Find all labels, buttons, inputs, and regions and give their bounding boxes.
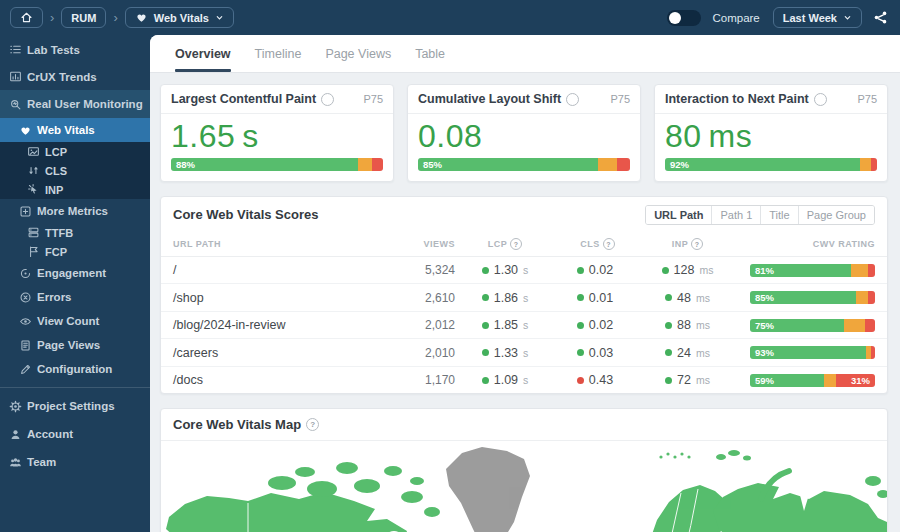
sidebar-item-more-metrics[interactable]: More Metrics — [0, 199, 150, 223]
bar-segment-ni — [824, 374, 837, 387]
bar-segment-good: 93% — [750, 346, 866, 359]
help-icon[interactable]: ? — [603, 238, 615, 250]
bar-segment-poor — [372, 158, 383, 171]
tab-timeline[interactable]: Timeline — [255, 35, 302, 72]
sidebar-item-lcp[interactable]: LCP — [0, 142, 150, 161]
group-by-page-group[interactable]: Page Group — [798, 206, 874, 224]
table-row-careers[interactable]: /careers 2,010 1.33s 0.03 24ms 93% — [161, 339, 887, 367]
breadcrumb-page-selector[interactable]: Web Vitals — [125, 7, 234, 28]
group-by-url-path[interactable]: URL Path — [646, 206, 711, 224]
breadcrumb-home-button[interactable] — [10, 7, 43, 28]
sidebar-item-label: FCP — [45, 246, 67, 258]
help-icon[interactable]: ? — [306, 418, 319, 431]
sidebar-item-cls[interactable]: CLS — [0, 161, 150, 180]
url-path-cell: /blog/2024-in-review — [173, 318, 385, 332]
views-cell: 1,170 — [385, 373, 455, 387]
sidebar-item-page-views[interactable]: Page Views — [0, 333, 150, 357]
inp-cell: 128ms — [640, 263, 735, 277]
sidebar-item-web-vitals[interactable]: Web Vitals — [0, 118, 150, 142]
sidebar-item-label: Web Vitals — [37, 124, 95, 136]
help-icon[interactable]: ? — [691, 238, 703, 250]
cls-cell: 0.02 — [555, 263, 640, 277]
home-icon — [20, 11, 33, 24]
sidebar-item-project-settings[interactable]: Project Settings — [0, 392, 150, 420]
cwv-rating-cell: 85% — [735, 291, 875, 304]
heart-icon — [18, 124, 32, 137]
table-row-shop[interactable]: /shop 2,610 1.86s 0.01 48ms 85% — [161, 284, 887, 312]
sidebar-item-view-count[interactable]: View Count — [0, 309, 150, 333]
sidebar-item-label: Real User Monitoring — [27, 98, 143, 110]
status-dot — [482, 294, 489, 301]
map-panel-title: Core Web Vitals Map — [173, 417, 301, 432]
sidebar-item-crux-trends[interactable]: CrUX Trends — [0, 63, 150, 90]
group-by-title[interactable]: Title — [760, 206, 797, 224]
views-cell: 2,610 — [385, 291, 455, 305]
sidebar-item-lab-tests[interactable]: Lab Tests — [0, 36, 150, 63]
column-header-views: Views — [385, 239, 455, 249]
sidebar-item-account[interactable]: Account — [0, 420, 150, 448]
table-row-docs[interactable]: /docs 1,170 1.09s 0.43 72ms 59%31% — [161, 367, 887, 394]
help-icon[interactable] — [814, 93, 827, 106]
sidebar-item-ttfb[interactable]: TTFB — [0, 223, 150, 242]
bar-segment-label: 31% — [846, 375, 875, 386]
bar-segment-label: 93% — [750, 347, 779, 358]
help-icon[interactable] — [566, 93, 579, 106]
group-by-path-1[interactable]: Path 1 — [711, 206, 760, 224]
sidebar-item-label: CrUX Trends — [27, 71, 97, 83]
sidebar-item-inp[interactable]: INP — [0, 180, 150, 199]
bar-segment-good: 75% — [750, 319, 844, 332]
compare-toggle[interactable] — [667, 10, 701, 26]
cwv-rating-cell: 81% — [735, 264, 875, 277]
status-dot — [577, 349, 584, 356]
sidebar-item-label: INP — [45, 184, 63, 196]
bar-segment-ni — [851, 264, 867, 277]
table-row-[interactable]: / 5,324 1.30s 0.02 128ms 81% — [161, 257, 887, 285]
time-range-selector[interactable]: Last Week — [773, 7, 862, 28]
lcp-cell: 1.85s — [455, 318, 555, 332]
table-row-blog-2024-in-review[interactable]: /blog/2024-in-review 2,012 1.85s 0.02 88… — [161, 312, 887, 340]
sidebar-item-errors[interactable]: Errors — [0, 285, 150, 309]
inp-cell: 72ms — [640, 373, 735, 387]
percentile-badge: P75 — [610, 93, 630, 105]
core-web-vitals-map-panel: Core Web Vitals Map ? — [160, 408, 888, 532]
lcp-cell: 1.30s — [455, 263, 555, 277]
breadcrumb-project-label: RUM — [71, 12, 96, 24]
compare-label: Compare — [712, 12, 759, 24]
sidebar-item-team[interactable]: Team — [0, 448, 150, 476]
user-icon — [8, 428, 22, 441]
sidebar-item-real-user-monitoring[interactable]: Real User Monitoring — [0, 90, 150, 118]
bar-segment-poor — [871, 158, 877, 171]
bar-segment-good: 59% — [750, 374, 824, 387]
error-circle-icon — [18, 291, 32, 304]
sidebar-item-fcp[interactable]: FCP — [0, 242, 150, 261]
cwv-rating-cell: 59%31% — [735, 374, 875, 387]
sidebar-item-configuration[interactable]: Configuration — [0, 357, 150, 381]
breadcrumb-separator-icon: › — [50, 11, 54, 24]
lcp-cell: 1.33s — [455, 346, 555, 360]
inp-cell: 88ms — [640, 318, 735, 332]
help-icon[interactable] — [321, 93, 334, 106]
share-icon[interactable] — [873, 10, 888, 25]
breadcrumb-project-button[interactable]: RUM — [61, 7, 106, 28]
sidebar-item-label: Account — [27, 428, 73, 440]
url-path-cell: /shop — [173, 291, 385, 305]
column-header-inp: INP ? — [640, 238, 735, 250]
tab-page-views[interactable]: Page Views — [325, 35, 391, 72]
sidebar-item-engagement[interactable]: Engagement — [0, 261, 150, 285]
cls-cell: 0.03 — [555, 346, 640, 360]
world-map[interactable]: Good — [161, 441, 887, 532]
help-icon[interactable]: ? — [510, 238, 522, 250]
bar-segment-label: 59% — [750, 375, 779, 386]
bar-segment-ni — [860, 158, 871, 171]
percentile-badge: P75 — [363, 93, 383, 105]
tab-overview[interactable]: Overview — [175, 35, 231, 72]
sidebar-divider — [0, 387, 150, 388]
bar-segment-label: 75% — [750, 320, 779, 331]
list-icon — [8, 43, 22, 56]
scores-table-body: / 5,324 1.30s 0.02 128ms 81% /shop 2,610… — [161, 257, 887, 394]
tab-table[interactable]: Table — [415, 35, 445, 72]
toggle-knob — [669, 12, 681, 24]
score-distribution-bar: 92% — [665, 158, 877, 171]
sidebar-item-label: TTFB — [45, 227, 73, 239]
status-dot — [482, 267, 489, 274]
